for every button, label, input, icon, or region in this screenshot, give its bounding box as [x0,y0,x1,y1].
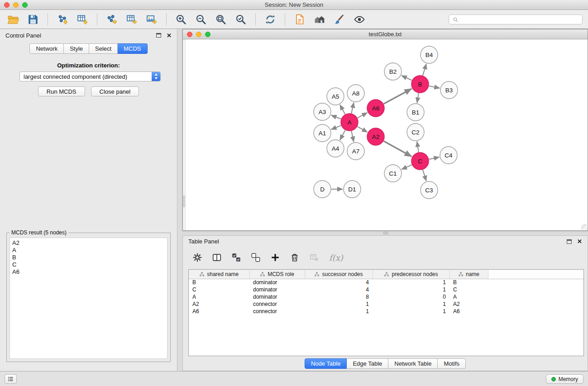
close-window-button[interactable] [4,2,10,8]
column-header-successor-nodes[interactable]: successor nodes [305,270,373,279]
column-header-name[interactable]: name [449,270,488,279]
graph-node-A1[interactable]: A1 [314,124,331,142]
cell-name[interactable]: A [449,293,488,300]
cell-predecessor-nodes[interactable]: 1 [373,308,449,315]
close-panel-button[interactable]: Close panel [91,86,139,96]
graph-edge-A-A4[interactable] [340,130,345,140]
graph-node-D[interactable]: D [314,181,331,198]
column-header-shared-name[interactable]: shared name [189,270,249,279]
splitter-handle[interactable] [383,232,388,234]
network-close-button[interactable] [187,32,192,37]
graph-node-C4[interactable]: C4 [440,147,457,164]
table-tab-motifs[interactable]: Motifs [438,358,466,369]
control-tab-mcds[interactable]: MCDS [118,43,147,54]
graph-edge-A2-C[interactable] [384,141,412,157]
cell-MCDS-role[interactable]: connector [249,300,305,308]
import-network-button[interactable] [54,12,71,27]
zoom-window-button[interactable] [22,2,28,8]
cell-successor-nodes[interactable]: 1 [305,308,373,315]
graph-node-A3[interactable]: A3 [314,103,331,120]
gear-button[interactable] [190,250,205,265]
open-folder-button[interactable] [5,12,22,27]
function-builder-button[interactable]: f(x) [329,253,343,262]
save-button[interactable] [24,12,42,27]
cell-MCDS-role[interactable]: dominator [249,286,305,293]
graph-node-A4[interactable]: A4 [327,140,344,157]
cell-shared-name[interactable]: A [189,293,249,300]
graph-node-B[interactable]: B [411,76,429,93]
cell-MCDS-role[interactable]: dominator [249,279,305,286]
splitter-handle[interactable] [183,195,185,207]
graph-node-A5[interactable]: A5 [327,88,344,105]
style-button[interactable] [331,12,348,27]
cell-predecessor-nodes[interactable]: 1 [373,300,449,308]
zoom-in-button[interactable] [172,12,190,27]
cell-name[interactable]: C [449,286,488,293]
mcds-result-item[interactable]: C [12,261,165,268]
control-tab-network[interactable]: Network [29,43,64,54]
column-header-MCDS-role[interactable]: MCDS role [249,270,305,279]
cell-successor-nodes[interactable]: 1 [305,300,373,308]
graph-node-C2[interactable]: C2 [407,124,424,141]
graph-edge-B-B4[interactable] [423,64,426,76]
graph-edge-B-B3[interactable] [429,86,440,88]
network-zoom-button[interactable] [205,32,210,37]
graph-node-C1[interactable]: C1 [384,165,402,182]
table-row[interactable]: A2connector11A2 [189,300,583,308]
graph-node-C3[interactable]: C3 [421,181,438,199]
table-tab-network-table[interactable]: Network Table [388,358,438,369]
home-button[interactable] [311,12,328,27]
close-table-panel-icon[interactable]: ✕ [577,238,582,244]
optimization-criterion-dropdown[interactable]: largest connected component (directed) [19,71,161,81]
table-row[interactable]: Bdominator41B [189,279,583,286]
graph-edge-A-A8[interactable] [351,103,354,114]
graph-edge-B-B2[interactable] [402,76,412,81]
trash-button[interactable] [287,250,302,265]
mcds-result-item[interactable]: A [12,247,165,254]
graph-node-D1[interactable]: D1 [344,181,361,198]
graph-node-B3[interactable]: B3 [440,81,458,99]
cell-successor-nodes[interactable]: 4 [305,279,373,286]
float-panel-icon[interactable] [156,33,161,38]
import-table-button[interactable] [74,12,91,27]
graph-edge-A-A5[interactable] [340,105,345,114]
mcds-result-item[interactable]: B [12,254,165,261]
graph-node-A[interactable]: A [341,114,358,131]
refresh-button[interactable] [262,12,279,27]
add-button[interactable] [268,250,282,265]
graph-edge-A-A6[interactable] [358,113,368,118]
network-minimize-button[interactable] [196,32,201,37]
graph-node-A7[interactable]: A7 [347,143,364,160]
graph-edge-A-A2[interactable] [358,127,368,132]
eye-button[interactable] [351,12,368,27]
cell-MCDS-role[interactable]: connector [249,308,305,315]
table-tab-node-table[interactable]: Node Table [305,358,347,369]
table-row[interactable]: Cdominator41C [189,286,583,293]
search-field[interactable] [449,14,583,24]
cell-shared-name[interactable]: C [189,286,249,293]
graph-node-A2[interactable]: A2 [367,128,384,145]
graph-node-B1[interactable]: B1 [407,104,424,121]
control-tab-select[interactable]: Select [89,43,118,54]
graph-node-B4[interactable]: B4 [421,46,438,63]
graph-node-A6[interactable]: A6 [367,100,384,117]
unselect-all-button[interactable] [249,250,263,265]
export-table-button[interactable] [123,12,140,27]
canvas-side-splitter[interactable] [183,39,186,230]
cell-name[interactable]: A6 [449,308,488,315]
graph-edge-C-C4[interactable] [429,157,440,159]
graph-edge-A6-B[interactable] [384,89,412,104]
open-session-button[interactable] [291,12,308,27]
table-row[interactable]: Adominator80A [189,293,583,300]
columns-button[interactable] [210,250,224,265]
cell-predecessor-nodes[interactable]: 0 [373,293,449,300]
cell-predecessor-nodes[interactable]: 1 [373,286,449,293]
memory-button[interactable]: Memory [546,374,583,384]
cell-name[interactable]: B [449,279,488,286]
table-row[interactable]: A6connector11A6 [189,308,583,315]
zoom-selected-button[interactable] [232,12,249,27]
export-image-button[interactable] [143,12,160,27]
graph-edge-A-A1[interactable] [331,125,341,129]
task-history-button[interactable] [5,374,17,384]
cell-name[interactable]: A2 [449,300,488,308]
